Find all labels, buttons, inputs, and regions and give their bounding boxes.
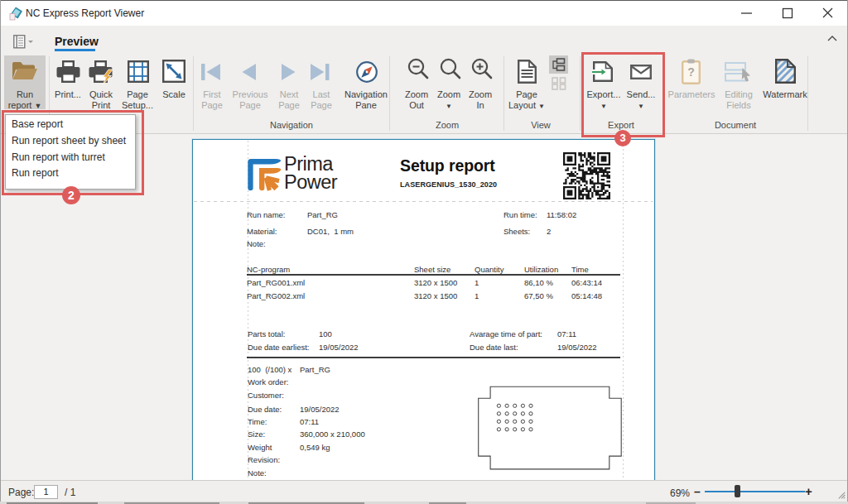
svg-text:?: ? xyxy=(687,65,695,79)
